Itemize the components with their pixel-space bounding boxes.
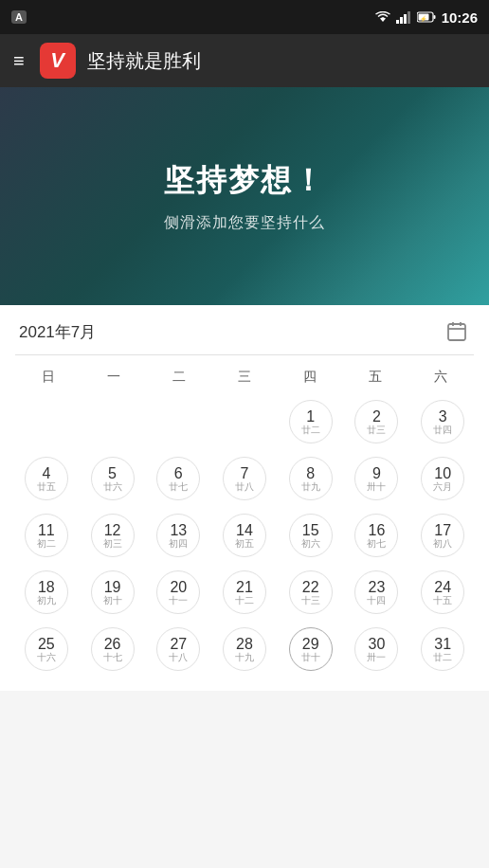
day-number: 18	[38, 580, 55, 595]
weekday-label: 二	[146, 363, 211, 391]
weekday-label: 四	[278, 363, 343, 391]
calendar-day-cell[interactable]: 26十七	[82, 623, 144, 676]
calendar-day-cell[interactable]: 19初十	[82, 566, 144, 619]
calendar-day-cell[interactable]: 30卅一	[346, 623, 408, 676]
svg-rect-9	[448, 324, 465, 340]
empty-cell	[82, 395, 144, 448]
day-lunar: 十二	[235, 596, 254, 606]
calendar-day-cell[interactable]: 5廿六	[82, 452, 144, 505]
day-number: 31	[434, 637, 451, 652]
day-number: 25	[38, 637, 55, 652]
calendar-day-cell[interactable]: 20十一	[147, 566, 209, 619]
calendar-day-cell[interactable]: 18初九	[15, 566, 78, 619]
day-number: 26	[104, 637, 121, 652]
day-lunar: 十五	[433, 596, 452, 606]
day-number: 10	[434, 466, 451, 481]
day-lunar: 卅十	[367, 482, 386, 492]
calendar-day-cell[interactable]: 1廿二	[280, 395, 342, 448]
calendar-day-cell[interactable]: 23十四	[346, 566, 408, 619]
day-lunar: 廿二	[301, 425, 320, 435]
day-number: 12	[104, 523, 121, 538]
weekday-label: 六	[408, 363, 474, 391]
calendar-day-cell[interactable]: 29廿十	[280, 623, 342, 676]
calendar-day-cell[interactable]: 6廿七	[147, 452, 209, 505]
day-lunar: 廿四	[433, 425, 452, 435]
day-lunar: 初六	[301, 539, 320, 549]
wifi-icon	[375, 11, 390, 23]
calendar-month-label: 2021年7月	[19, 321, 96, 343]
calendar-day-cell[interactable]: 27十八	[147, 623, 209, 676]
toolbar-title: 坚持就是胜利	[87, 48, 201, 74]
day-lunar: 初七	[367, 539, 386, 549]
calendar-day-cell[interactable]: 28十九	[213, 623, 276, 676]
calendar-day-cell[interactable]: 21十二	[213, 566, 276, 619]
day-lunar: 卅一	[367, 653, 386, 662]
calendar-day-cell[interactable]: 11初二	[15, 509, 78, 562]
weekday-label: 三	[211, 363, 277, 391]
calendar-day-cell[interactable]: 25十六	[15, 623, 78, 676]
day-number: 15	[302, 523, 319, 538]
weekday-label: 一	[81, 363, 146, 391]
empty-cell	[147, 395, 209, 448]
day-number: 17	[434, 523, 451, 538]
calendar-day-cell[interactable]: 8廿九	[280, 452, 342, 505]
day-lunar: 廿八	[235, 482, 254, 492]
calendar-day-cell[interactable]: 9卅十	[346, 452, 408, 505]
day-number: 19	[104, 580, 121, 595]
weekday-headers: 日一二三四五六	[15, 363, 474, 391]
day-number: 23	[369, 580, 386, 595]
day-lunar: 初五	[235, 539, 254, 549]
day-lunar: 十八	[169, 653, 188, 662]
calendar-day-cell[interactable]: 24十五	[411, 566, 474, 619]
weekday-label: 五	[343, 363, 408, 391]
status-right: ⚡ 10:26	[375, 9, 478, 26]
day-number: 1	[306, 409, 315, 425]
status-bar: A ⚡ 10:26	[0, 0, 489, 34]
day-number: 16	[369, 523, 386, 538]
day-number: 7	[241, 466, 249, 481]
day-lunar: 十七	[103, 653, 122, 662]
day-lunar: 初八	[433, 539, 452, 549]
svg-rect-6	[433, 15, 435, 19]
calendar-day-cell[interactable]: 10六月	[411, 452, 474, 505]
day-number: 4	[42, 466, 50, 481]
empty-cell	[213, 395, 276, 448]
calendar-header: 2021年7月	[15, 305, 474, 355]
calendar-day-cell[interactable]: 14初五	[213, 509, 276, 562]
hero-title: 坚持梦想！	[164, 160, 325, 202]
day-lunar: 初三	[103, 539, 122, 549]
svg-marker-0	[380, 17, 386, 22]
calendar-day-cell[interactable]: 16初七	[346, 509, 408, 562]
calendar-grid: 1廿二2廿三3廿四4廿五5廿六6廿七7廿八8廿九9卅十10六月11初二12初三1…	[15, 395, 474, 676]
day-number: 6	[174, 466, 183, 481]
hero-subtitle: 侧滑添加您要坚持什么	[164, 213, 325, 233]
day-lunar: 廿七	[169, 482, 188, 492]
signal-icon	[396, 11, 411, 24]
day-number: 9	[372, 466, 381, 481]
status-time: 10:26	[442, 9, 478, 26]
calendar-day-cell[interactable]: 13初四	[147, 509, 209, 562]
calendar-icon[interactable]	[444, 318, 470, 345]
calendar-day-cell[interactable]: 22十三	[280, 566, 342, 619]
toolbar: ≡ V 坚持就是胜利	[0, 34, 489, 87]
day-number: 22	[302, 580, 319, 595]
battery-icon: ⚡	[417, 11, 436, 23]
calendar-day-cell[interactable]: 15初六	[280, 509, 342, 562]
calendar-day-cell[interactable]: 31廿二	[411, 623, 474, 676]
calendar-day-cell[interactable]: 12初三	[82, 509, 144, 562]
day-lunar: 十九	[235, 653, 254, 662]
calendar-day-cell[interactable]: 3廿四	[411, 395, 474, 448]
calendar-day-cell[interactable]: 4廿五	[15, 452, 78, 505]
calendar-day-cell[interactable]: 2廿三	[346, 395, 408, 448]
day-lunar: 廿五	[37, 482, 56, 492]
day-lunar: 十四	[367, 596, 386, 606]
day-number: 2	[372, 409, 381, 425]
calendar-day-cell[interactable]: 7廿八	[213, 452, 276, 505]
menu-icon[interactable]: ≡	[13, 50, 25, 72]
day-lunar: 廿十	[301, 653, 320, 662]
empty-cell	[15, 395, 78, 448]
day-lunar: 初二	[37, 539, 56, 549]
svg-rect-3	[404, 14, 407, 24]
day-number: 24	[434, 580, 451, 595]
calendar-day-cell[interactable]: 17初八	[411, 509, 474, 562]
